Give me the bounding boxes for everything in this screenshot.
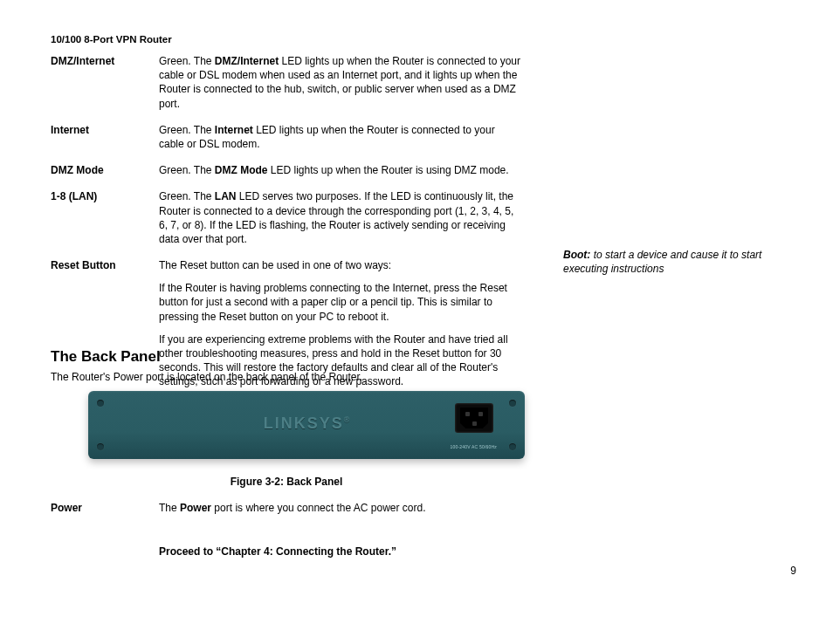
screw-icon xyxy=(97,443,104,450)
definition-row: 1-8 (LAN) Green. The LAN LED serves two … xyxy=(51,189,522,246)
screw-icon xyxy=(509,443,516,450)
device-rating-label: 100-240V AC 50/60Hz xyxy=(450,444,497,450)
definition-desc: Green. The DMZ/Internet LED lights up wh… xyxy=(159,54,522,111)
definition-row: DMZ/Internet Green. The DMZ/Internet LED… xyxy=(51,54,522,111)
definition-desc: The Power port is where you connect the … xyxy=(159,501,522,515)
definition-row: Power The Power port is where you connec… xyxy=(51,501,522,515)
power-socket-icon xyxy=(455,403,493,433)
power-definitions: Power The Power port is where you connec… xyxy=(51,501,522,527)
section-intro: The Router's Power port is located on th… xyxy=(51,370,362,384)
definition-paragraph: The Reset button can be used in one of t… xyxy=(159,258,522,272)
definition-row: DMZ Mode Green. The DMZ Mode LED lights … xyxy=(51,163,522,177)
product-name: 10/100 8-Port VPN Router xyxy=(51,33,172,47)
definition-term: 1-8 (LAN) xyxy=(51,189,159,246)
definition-term: DMZ/Internet xyxy=(51,54,159,111)
device-logo: LINKSYS® xyxy=(264,413,350,434)
glossary-sidenote: Boot: to start a device and cause it to … xyxy=(563,249,768,276)
definition-desc: Green. The LAN LED serves two purposes. … xyxy=(159,189,522,246)
definition-term: Internet xyxy=(51,123,159,151)
definition-term: Power xyxy=(51,501,159,515)
definition-desc: Green. The Internet LED lights up when t… xyxy=(159,123,522,151)
page-number: 9 xyxy=(790,564,796,578)
section-heading: The Back Panel xyxy=(51,347,161,367)
definition-row: Internet Green. The Internet LED lights … xyxy=(51,123,522,151)
document-page: 10/100 8-Port VPN Router DMZ/Internet Gr… xyxy=(0,0,833,644)
screw-icon xyxy=(97,400,104,407)
definition-paragraph: If the Router is having problems connect… xyxy=(159,281,522,324)
definition-desc: Green. The DMZ Mode LED lights up when t… xyxy=(159,163,522,177)
screw-icon xyxy=(509,400,516,407)
figure-caption: Figure 3-2: Back Panel xyxy=(51,475,522,489)
back-panel-figure: LINKSYS® 100-240V AC 50/60Hz xyxy=(88,391,525,459)
definition-term: DMZ Mode xyxy=(51,163,159,177)
proceed-note: Proceed to “Chapter 4: Connecting the Ro… xyxy=(159,545,396,558)
